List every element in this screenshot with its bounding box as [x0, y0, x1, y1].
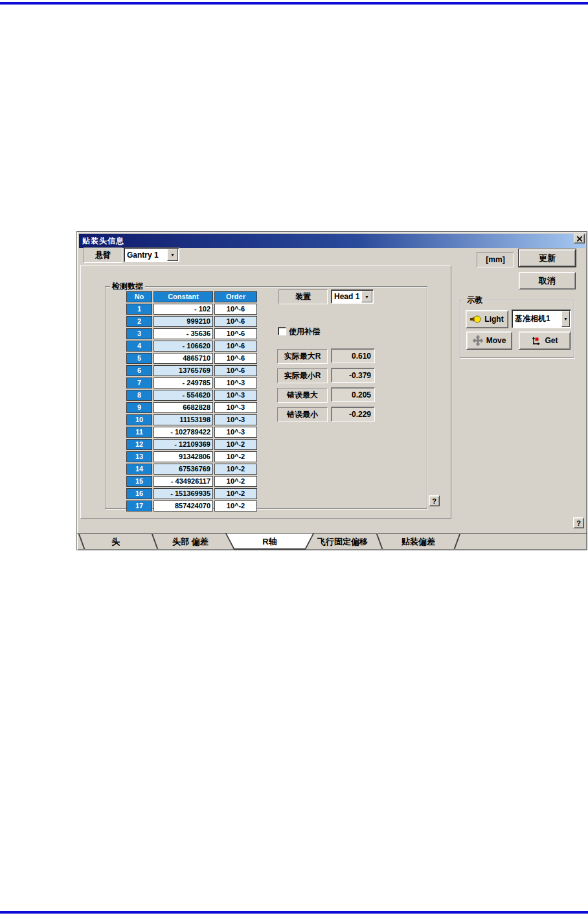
row-constant: - 35636 [153, 328, 213, 339]
table-row[interactable]: 61376576910^-6 [126, 365, 257, 376]
table-row[interactable]: 11- 10278942210^-3 [126, 427, 257, 438]
gantry-select[interactable]: Gantry 1 ▼ [124, 247, 179, 262]
row-order: 10^-2 [214, 464, 257, 475]
content-panel: 检测数据 No Constant Order 1- 10210^-6 29992… [80, 265, 451, 519]
move-button[interactable]: Move [466, 332, 512, 350]
row-order: 10^-3 [214, 427, 257, 438]
device-select[interactable]: Head 1 ▼ [331, 289, 374, 304]
row-order: 10^-6 [214, 365, 257, 376]
camera-value: 基准相机1 [512, 310, 561, 328]
row-no: 12 [126, 439, 152, 450]
teach-group: 示教 Light 基准相机1 ▼ Move [460, 300, 574, 358]
row-no: 11 [126, 427, 152, 438]
cancel-button[interactable]: 取消 [519, 272, 576, 289]
move-icon [473, 335, 483, 346]
light-button[interactable]: Light [466, 310, 508, 328]
col-header-no: No [126, 291, 152, 302]
row-order: 10^-2 [214, 439, 257, 450]
help-button-inner[interactable]: ? [429, 495, 440, 506]
table-header-row: No Constant Order [126, 291, 257, 302]
row-no: 4 [126, 341, 152, 352]
close-icon [577, 236, 582, 242]
table-row[interactable]: 16- 15136993510^-2 [126, 488, 257, 499]
table-row[interactable]: 8- 55462010^-3 [126, 390, 257, 401]
row-order: 10^-2 [214, 500, 257, 512]
error-min-value: -0.229 [331, 407, 375, 422]
row-no: 1 [126, 304, 152, 315]
row-constant: - 106620 [153, 341, 213, 352]
document-page: 贴装头信息 悬臂 Gantry 1 ▼ [mm] 更新 取消 检测数据 [0, 0, 588, 922]
row-order: 10^-6 [214, 304, 257, 315]
row-no: 6 [126, 365, 152, 376]
row-constant: 11153198 [153, 414, 213, 425]
row-constant: 91342806 [153, 451, 213, 462]
tab-separator [454, 534, 460, 549]
table-row[interactable]: 146753676910^-2 [126, 464, 257, 475]
use-compensation-label: 使用补偿 [289, 326, 320, 337]
row-no: 10 [126, 414, 152, 425]
tab-head-offset[interactable]: 头部 偏差 [158, 535, 223, 548]
use-compensation-checkbox[interactable] [278, 327, 286, 335]
row-no: 17 [126, 500, 152, 512]
table-row[interactable]: 12- 1210936910^-2 [126, 439, 257, 450]
tab-separator [152, 534, 158, 549]
close-button[interactable] [574, 234, 585, 243]
chevron-down-icon: ▼ [365, 295, 369, 299]
mount-head-info-dialog: 贴装头信息 悬臂 Gantry 1 ▼ [mm] 更新 取消 检测数据 [76, 231, 587, 550]
device-dropdown-button[interactable]: ▼ [361, 291, 372, 302]
tab-flight-fixed-offset[interactable]: 飞行固定偏移 [310, 535, 375, 548]
row-no: 8 [126, 390, 152, 401]
row-constant: 13765769 [153, 365, 213, 376]
device-value: Head 1 [332, 290, 361, 303]
row-order: 10^-2 [214, 476, 257, 487]
row-constant: 67536769 [153, 464, 213, 475]
table-row[interactable]: 4- 10662010^-6 [126, 341, 257, 352]
detection-data-table[interactable]: No Constant Order 1- 10210^-6 299921010^… [125, 290, 258, 513]
tab-head[interactable]: 头 [84, 535, 148, 548]
table-row[interactable]: 299921010^-6 [126, 316, 257, 327]
row-order: 10^-3 [214, 377, 257, 388]
col-header-constant: Constant [153, 291, 213, 302]
gantry-dropdown-button[interactable]: ▼ [167, 249, 178, 261]
row-constant: 999210 [153, 316, 213, 327]
row-constant: - 102 [153, 304, 213, 315]
table-row[interactable]: 139134280610^-2 [126, 451, 257, 462]
row-no: 5 [126, 353, 152, 364]
table-row[interactable]: 3- 3563610^-6 [126, 328, 257, 339]
row-constant: - 554620 [153, 390, 213, 401]
gantry-value: Gantry 1 [124, 248, 166, 262]
row-constant: 4865710 [153, 353, 213, 364]
table-row[interactable]: 1- 10210^-6 [126, 304, 257, 315]
row-no: 15 [126, 476, 152, 487]
table-row[interactable]: 5486571010^-6 [126, 353, 257, 364]
table-row[interactable]: 15- 43492611710^-2 [126, 476, 257, 487]
row-constant: 857424070 [153, 500, 213, 512]
actual-max-r-value: 0.610 [331, 348, 375, 363]
table-row[interactable]: 1785742407010^-2 [126, 500, 257, 512]
unit-label: [mm] [477, 252, 514, 267]
top-rule [0, 2, 588, 5]
camera-select[interactable]: 基准相机1 ▼ [512, 309, 571, 328]
camera-dropdown-button[interactable]: ▼ [561, 311, 570, 327]
teach-group-title: 示教 [465, 295, 484, 305]
row-order: 10^-3 [214, 390, 257, 401]
row-constant: - 249785 [153, 377, 213, 388]
light-icon [470, 315, 481, 323]
get-button[interactable]: Get [519, 332, 571, 350]
actual-max-r-label: 实际最大R [277, 349, 328, 364]
help-button-outer[interactable]: ? [573, 517, 584, 528]
title-bar[interactable]: 贴装头信息 [79, 234, 585, 248]
row-no: 7 [126, 377, 152, 388]
row-constant: - 434926117 [153, 476, 213, 487]
tab-r-axis[interactable]: R轴 [225, 535, 314, 548]
row-no: 3 [126, 328, 152, 339]
col-header-order: Order [214, 291, 257, 302]
tab-separator [376, 534, 383, 549]
table-row[interactable]: 9668282810^-3 [126, 402, 257, 413]
table-row[interactable]: 101115319810^-3 [126, 414, 257, 425]
update-button[interactable]: 更新 [519, 249, 576, 267]
move-button-label: Move [486, 336, 506, 345]
table-row[interactable]: 7- 24978510^-3 [126, 377, 257, 388]
tab-mount-offset[interactable]: 贴装偏差 [386, 535, 451, 548]
row-order: 10^-2 [214, 451, 257, 462]
